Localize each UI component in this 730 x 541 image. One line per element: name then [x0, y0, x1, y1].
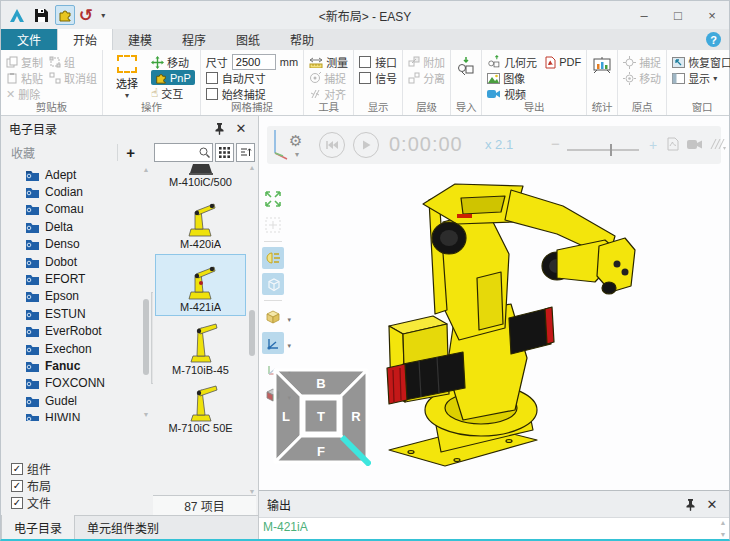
rewind-button[interactable] — [319, 132, 345, 158]
tree-item[interactable]: Comau — [25, 201, 141, 218]
maximize-button[interactable]: □ — [661, 1, 695, 29]
select-button[interactable]: 选择▾ — [108, 54, 146, 101]
model-list-scrollbar[interactable]: ▲ ▼ — [248, 164, 256, 495]
shaded-mode-button[interactable]: ▾ — [262, 306, 284, 328]
filter-layout-checkbox[interactable] — [11, 480, 23, 492]
frames-display-button[interactable]: ▾ — [262, 332, 284, 354]
auto-size-checkbox[interactable] — [206, 72, 218, 84]
filter-components-checkbox[interactable] — [11, 463, 23, 475]
minimize-button[interactable]: – — [627, 1, 661, 29]
origin-snap-button[interactable]: 捕捉 — [623, 54, 661, 70]
export-pdf-quick-icon[interactable] — [667, 137, 679, 151]
output-pin-icon[interactable] — [685, 498, 703, 511]
fit-selected-button[interactable] — [262, 214, 284, 236]
tree-item[interactable]: FOXCONN — [25, 375, 141, 392]
ungroup-button[interactable]: 取消组 — [49, 70, 97, 86]
tab-drawing[interactable]: 图纸 — [221, 29, 275, 50]
tree-item[interactable]: HIWIN — [25, 409, 141, 421]
tab-start[interactable]: 开始 — [57, 29, 113, 50]
tree-item[interactable]: ESTUN — [25, 305, 141, 322]
interface-checkbox[interactable] — [359, 56, 371, 68]
tree-item[interactable]: Gudel — [25, 392, 141, 409]
tab-unit-component-category[interactable]: 单元组件类别 — [75, 516, 171, 539]
playback-settings-caret[interactable]: ▾ — [295, 150, 299, 159]
speed-decrease-icon[interactable]: − — [551, 135, 560, 152]
model-item[interactable]: M-420iA — [155, 192, 246, 252]
pin-icon[interactable] — [214, 122, 232, 135]
tab-file[interactable]: 文件 — [1, 29, 57, 50]
tree-item[interactable]: Codian — [25, 183, 141, 200]
viewport-3d[interactable]: ⚙ ▾ 0:00:00 x 2.1 − + — [259, 116, 729, 490]
grid-size-input[interactable] — [232, 54, 276, 70]
filter-files-row[interactable]: 文件 — [11, 494, 51, 511]
signal-checkbox-row[interactable]: 信号 — [359, 70, 397, 86]
interface-checkbox-row[interactable]: 接口 — [359, 54, 397, 70]
tree-item[interactable]: Exechon — [25, 340, 141, 357]
sort-button[interactable] — [236, 143, 255, 162]
tree-scrollbar[interactable]: ▲ ▼ — [142, 166, 150, 421]
model-item[interactable]: M-410iC/500 — [155, 164, 246, 190]
filter-components-row[interactable]: 组件 — [11, 460, 51, 477]
tree-item[interactable]: Adept — [25, 166, 141, 183]
wireframe-mode-button[interactable] — [262, 273, 284, 295]
tab-modeling[interactable]: 建模 — [113, 29, 167, 50]
measure-button[interactable]: 测量 — [309, 54, 348, 70]
tree-item-selected[interactable]: Fanuc — [25, 357, 141, 374]
annotate-icon[interactable] — [710, 137, 726, 151]
model-item-selected[interactable]: M-421iA — [155, 254, 246, 316]
tree-item[interactable]: Epson — [25, 288, 141, 305]
tab-program[interactable]: 程序 — [167, 29, 221, 50]
snap-button[interactable]: 捕捉 — [309, 70, 348, 86]
pnp-button[interactable]: PnP — [151, 70, 195, 85]
undo-icon[interactable]: ↺ — [79, 7, 93, 24]
filter-layout-row[interactable]: 布局 — [11, 477, 51, 494]
catalog-close-icon[interactable]: ✕ — [232, 121, 250, 136]
view-cube[interactable]: B L T R F — [271, 366, 371, 466]
robot-model-m421ia[interactable] — [359, 158, 721, 470]
detach-button[interactable]: 分离 — [408, 70, 445, 86]
tree-item[interactable]: EFORT — [25, 270, 141, 287]
tree-item[interactable]: Delta — [25, 218, 141, 235]
app-logo-icon[interactable] — [7, 5, 27, 25]
filter-files-checkbox[interactable] — [11, 497, 23, 509]
model-item[interactable]: M-710iC 50E — [155, 380, 246, 436]
headlight-button[interactable] — [262, 247, 284, 269]
help-icon[interactable]: ? — [706, 32, 721, 47]
tab-help[interactable]: 帮助 — [275, 29, 329, 50]
signal-checkbox[interactable] — [359, 72, 371, 84]
tab-electronic-catalog[interactable]: 电子目录 — [1, 515, 75, 539]
export-pdf-button[interactable]: PDF — [545, 54, 581, 70]
qat-customize-icon[interactable]: ▾ — [101, 11, 105, 20]
import-geometry-icon[interactable] — [456, 56, 476, 76]
copy-button[interactable]: 复制 — [6, 54, 43, 70]
model-search-input[interactable] — [154, 143, 213, 162]
origin-move-button[interactable]: 移动 — [623, 70, 661, 86]
record-video-icon[interactable] — [687, 139, 703, 150]
fit-all-button[interactable] — [262, 188, 284, 210]
speed-increase-icon[interactable]: + — [649, 137, 657, 153]
save-icon[interactable] — [31, 5, 51, 25]
tree-item[interactable]: Denso — [25, 236, 141, 253]
playback-settings-gear-icon[interactable]: ⚙ — [289, 132, 302, 150]
auto-size-checkbox-row[interactable]: 自动尺寸 — [206, 70, 298, 86]
group-button[interactable]: 组 — [49, 54, 97, 70]
add-favorite-button[interactable]: + — [117, 144, 135, 161]
attach-button[interactable]: 附加 — [408, 54, 445, 70]
export-image-button[interactable]: 图像 — [487, 70, 537, 86]
close-button[interactable]: × — [695, 1, 729, 29]
move-button[interactable]: 移动 — [151, 54, 195, 70]
output-scrollbar[interactable]: ▲▼ — [718, 519, 728, 538]
grid-view-button[interactable] — [215, 143, 234, 162]
play-button[interactable] — [353, 132, 379, 158]
pnp-quick-icon[interactable] — [55, 5, 75, 25]
paste-button[interactable]: 粘贴 — [6, 70, 43, 86]
model-item[interactable]: M-710iB-45 — [155, 318, 246, 378]
stats-icon[interactable] — [592, 56, 612, 76]
tree-item[interactable]: Dobot — [25, 253, 141, 270]
restore-window-button[interactable]: 恢复窗口 — [672, 54, 730, 70]
tree-item[interactable]: EverRobot — [25, 323, 141, 340]
output-close-icon[interactable]: ✕ — [703, 497, 721, 512]
export-geometry-button[interactable]: 几何元 — [487, 54, 537, 70]
speed-slider[interactable] — [567, 144, 639, 156]
display-window-button[interactable]: 显示▾ — [672, 70, 730, 86]
